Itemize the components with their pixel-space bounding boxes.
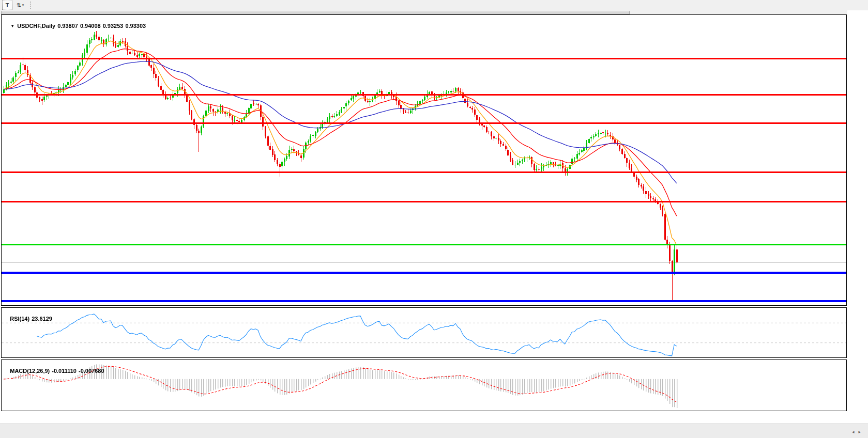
tab-scroll-right-icon[interactable]: ▸	[858, 429, 865, 434]
chart-horizontal-scrollbar[interactable]	[0, 10, 868, 14]
ohlc-close: 0.93303	[125, 23, 146, 29]
macd-name: MACD(12,26,9)	[10, 368, 50, 374]
chart-title: ▼USDCHF,Daily0.938070.940080.932530.9330…	[4, 17, 148, 35]
scrollbar-thumb[interactable]	[1, 11, 630, 14]
price-axis	[847, 10, 868, 412]
macd-canvas[interactable]	[2, 360, 846, 411]
macd-indicator-pane[interactable]	[1, 359, 847, 411]
ohlc-open: 0.93807	[57, 23, 78, 29]
macd-signal-value: -0.007680	[79, 368, 104, 374]
rsi-name: RSI(14)	[10, 316, 29, 322]
chart-toolbar: T ⇅ ▾	[0, 0, 868, 11]
tab-scroll-left-icon[interactable]: ◂	[852, 429, 859, 434]
main-chart-canvas[interactable]	[2, 15, 846, 305]
chart-title-caret-icon: ▼	[10, 24, 14, 28]
rsi-canvas[interactable]	[2, 308, 846, 357]
rsi-indicator-pane[interactable]	[1, 307, 847, 358]
ohlc-high: 0.94008	[80, 23, 101, 29]
text-tool-button[interactable]: T	[2, 1, 12, 10]
macd-label: MACD(12,26,9)-0.011110-0.007680	[4, 362, 106, 380]
chevron-down-icon: ▾	[22, 3, 24, 7]
arrange-tool-button[interactable]: ⇅ ▾	[14, 1, 26, 9]
toolbar-grip	[30, 2, 34, 9]
time-axis	[1, 412, 847, 424]
chart-symbol-label: USDCHF,Daily	[17, 23, 55, 29]
arrange-icon: ⇅	[17, 2, 21, 9]
rsi-label: RSI(14)23.6129	[4, 309, 54, 328]
price-chart-pane[interactable]	[1, 14, 847, 306]
macd-main-value: -0.011110	[52, 368, 77, 374]
trading-platform-window: T ⇅ ▾ ▼USDCHF,Daily0.938070.940080.93253…	[0, 0, 868, 438]
tab-scroll-arrows[interactable]: ◂▸	[852, 429, 865, 434]
rsi-value: 23.6129	[32, 316, 52, 322]
chart-tab-bar: ◂▸	[0, 424, 868, 438]
ohlc-low: 0.93253	[103, 23, 124, 29]
